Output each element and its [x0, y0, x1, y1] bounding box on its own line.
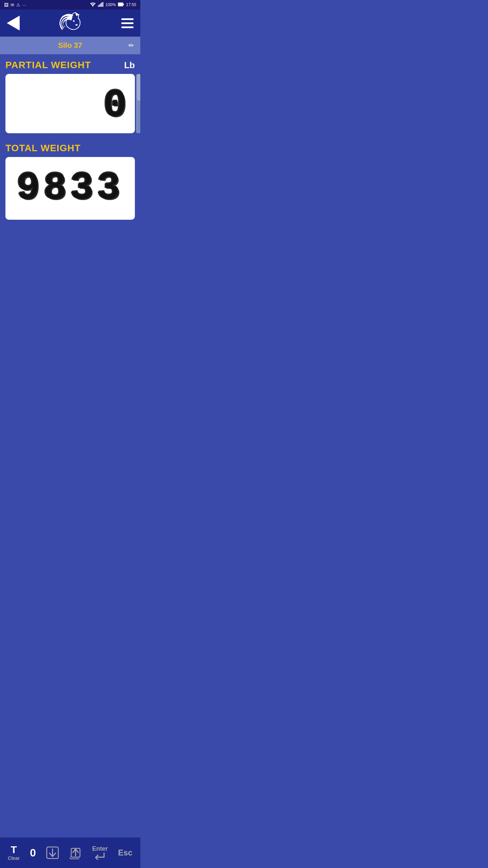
status-icons-left: 🖼 ✉ ⚠ ··· [4, 2, 26, 7]
svg-point-10 [76, 24, 78, 25]
scrollbar-track[interactable] [137, 74, 140, 133]
status-bar: 🖼 ✉ ⚠ ··· 100% [0, 0, 140, 9]
total-weight-display: 9833 [5, 157, 135, 220]
wifi-icon [90, 2, 96, 8]
signal-icon [98, 2, 103, 8]
photo-icon: 🖼 [4, 2, 8, 7]
page-title: Silo 37 [58, 41, 82, 50]
partial-weight-container: 0 [5, 74, 135, 133]
total-weight-label: TOTAL WEIGHT [5, 143, 81, 154]
svg-rect-4 [102, 2, 103, 7]
more-icon: ··· [22, 2, 26, 7]
back-button[interactable] [7, 16, 20, 31]
partial-weight-unit: Lb [124, 60, 135, 71]
svg-rect-3 [100, 3, 101, 7]
total-weight-header: TOTAL WEIGHT [5, 143, 135, 154]
scrollbar-handle[interactable] [137, 74, 140, 101]
partial-weight-value: 0 [103, 83, 127, 128]
battery-percentage: 100% [105, 2, 116, 7]
company-logo [54, 12, 87, 34]
svg-rect-5 [103, 2, 103, 7]
svg-rect-1 [98, 5, 99, 7]
svg-point-9 [73, 20, 75, 22]
total-weight-value: 9833 [17, 166, 124, 211]
svg-point-0 [93, 6, 93, 6]
menu-button[interactable] [121, 18, 134, 28]
nav-bar [0, 9, 140, 37]
warning-icon: ⚠ [16, 2, 20, 7]
svg-rect-7 [123, 3, 124, 5]
edit-button[interactable]: ✏ [128, 41, 134, 50]
total-weight-section: TOTAL WEIGHT 9833 [5, 143, 135, 220]
time-display: 17:55 [126, 2, 136, 7]
partial-weight-label: PARTIAL WEIGHT [5, 60, 91, 71]
partial-weight-display: 0 [5, 74, 135, 133]
main-content: PARTIAL WEIGHT Lb 0 TOTAL WEIGHT 9833 [0, 54, 140, 269]
svg-rect-8 [118, 3, 123, 6]
partial-weight-header: PARTIAL WEIGHT Lb [5, 60, 135, 71]
svg-rect-2 [99, 4, 100, 7]
status-icons-right: 100% 17:55 [90, 2, 136, 8]
email-icon: ✉ [11, 2, 14, 7]
subtitle-bar: Silo 37 ✏ [0, 37, 140, 54]
battery-icon [118, 2, 124, 7]
